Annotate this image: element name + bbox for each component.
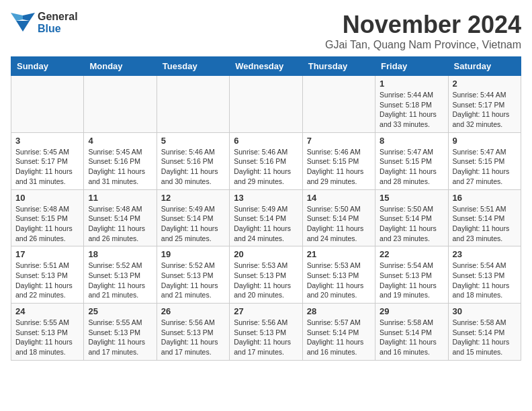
- column-header-sunday: Sunday: [11, 57, 84, 76]
- calendar-cell: 10Sunrise: 5:48 AMSunset: 5:15 PMDayligh…: [11, 189, 84, 246]
- day-number: 22: [380, 249, 443, 259]
- calendar-week-5: 24Sunrise: 5:55 AMSunset: 5:13 PMDayligh…: [11, 304, 521, 361]
- day-info: Sunrise: 5:47 AMSunset: 5:15 PMDaylight:…: [453, 147, 517, 187]
- day-number: 9: [453, 136, 517, 146]
- calendar-header: SundayMondayTuesdayWednesdayThursdayFrid…: [11, 57, 521, 76]
- day-info: Sunrise: 5:57 AMSunset: 5:14 PMDaylight:…: [307, 318, 371, 357]
- calendar-week-2: 3Sunrise: 5:45 AMSunset: 5:17 PMDaylight…: [11, 132, 521, 189]
- day-info: Sunrise: 5:55 AMSunset: 5:13 PMDaylight:…: [15, 318, 79, 357]
- calendar-cell: 13Sunrise: 5:49 AMSunset: 5:14 PMDayligh…: [230, 189, 302, 246]
- day-info: Sunrise: 5:50 AMSunset: 5:14 PMDaylight:…: [307, 204, 371, 244]
- day-info: Sunrise: 5:48 AMSunset: 5:15 PMDaylight:…: [15, 204, 79, 244]
- day-info: Sunrise: 5:56 AMSunset: 5:13 PMDaylight:…: [161, 318, 225, 357]
- calendar-cell: 1Sunrise: 5:44 AMSunset: 5:18 PMDaylight…: [375, 76, 448, 133]
- calendar-cell: 5Sunrise: 5:46 AMSunset: 5:16 PMDaylight…: [157, 132, 229, 189]
- day-number: 7: [307, 136, 371, 146]
- day-number: 25: [88, 306, 152, 316]
- day-info: Sunrise: 5:44 AMSunset: 5:17 PMDaylight:…: [453, 90, 517, 130]
- logo-blue: Blue: [38, 23, 61, 34]
- day-number: 20: [234, 249, 298, 259]
- day-info: Sunrise: 5:55 AMSunset: 5:13 PMDaylight:…: [88, 318, 152, 357]
- calendar-cell: 29Sunrise: 5:58 AMSunset: 5:14 PMDayligh…: [375, 304, 448, 361]
- column-header-tuesday: Tuesday: [157, 57, 229, 76]
- day-number: 15: [380, 193, 443, 203]
- day-info: Sunrise: 5:58 AMSunset: 5:14 PMDaylight:…: [453, 318, 517, 357]
- day-number: 2: [453, 79, 517, 89]
- day-info: Sunrise: 5:53 AMSunset: 5:13 PMDaylight:…: [234, 261, 298, 300]
- title-area: November 2024 GJai Tan, Quang Nam Provin…: [325, 11, 521, 51]
- calendar-cell: 23Sunrise: 5:54 AMSunset: 5:13 PMDayligh…: [448, 246, 521, 304]
- day-number: 8: [380, 136, 443, 146]
- calendar-cell: [11, 76, 84, 133]
- day-info: Sunrise: 5:54 AMSunset: 5:13 PMDaylight:…: [380, 261, 443, 300]
- day-number: 4: [88, 136, 152, 146]
- logo-general: General: [38, 11, 78, 22]
- svg-marker-2: [16, 21, 30, 32]
- day-number: 27: [234, 306, 298, 316]
- calendar-cell: 18Sunrise: 5:52 AMSunset: 5:13 PMDayligh…: [84, 246, 157, 304]
- calendar-week-3: 10Sunrise: 5:48 AMSunset: 5:15 PMDayligh…: [11, 189, 521, 246]
- day-info: Sunrise: 5:51 AMSunset: 5:13 PMDaylight:…: [15, 261, 79, 300]
- day-info: Sunrise: 5:52 AMSunset: 5:13 PMDaylight:…: [88, 261, 152, 300]
- calendar-cell: 24Sunrise: 5:55 AMSunset: 5:13 PMDayligh…: [11, 304, 84, 361]
- calendar-cell: 28Sunrise: 5:57 AMSunset: 5:14 PMDayligh…: [302, 304, 375, 361]
- column-header-monday: Monday: [84, 57, 157, 76]
- day-info: Sunrise: 5:46 AMSunset: 5:16 PMDaylight:…: [161, 147, 225, 187]
- calendar-week-1: 1Sunrise: 5:44 AMSunset: 5:18 PMDaylight…: [11, 76, 521, 133]
- location-title: GJai Tan, Quang Nam Province, Vietnam: [325, 39, 521, 51]
- calendar-cell: [230, 76, 302, 133]
- calendar-cell: 26Sunrise: 5:56 AMSunset: 5:13 PMDayligh…: [157, 304, 229, 361]
- calendar-cell: [157, 76, 229, 133]
- calendar-cell: 7Sunrise: 5:46 AMSunset: 5:15 PMDaylight…: [302, 132, 375, 189]
- day-info: Sunrise: 5:49 AMSunset: 5:14 PMDaylight:…: [234, 204, 298, 244]
- calendar-cell: 6Sunrise: 5:46 AMSunset: 5:16 PMDaylight…: [230, 132, 302, 189]
- day-info: Sunrise: 5:52 AMSunset: 5:13 PMDaylight:…: [161, 261, 225, 300]
- day-number: 11: [88, 193, 152, 203]
- day-number: 18: [88, 249, 152, 259]
- day-number: 13: [234, 193, 298, 203]
- day-number: 6: [234, 136, 298, 146]
- logo-text: General Blue: [38, 11, 78, 35]
- calendar-cell: 11Sunrise: 5:48 AMSunset: 5:14 PMDayligh…: [84, 189, 157, 246]
- calendar-cell: 19Sunrise: 5:52 AMSunset: 5:13 PMDayligh…: [157, 246, 229, 304]
- day-number: 28: [307, 306, 371, 316]
- calendar-cell: 15Sunrise: 5:50 AMSunset: 5:14 PMDayligh…: [375, 189, 448, 246]
- calendar-cell: 4Sunrise: 5:45 AMSunset: 5:16 PMDaylight…: [84, 132, 157, 189]
- column-header-friday: Friday: [375, 57, 448, 76]
- day-number: 29: [380, 306, 443, 316]
- calendar: SundayMondayTuesdayWednesdayThursdayFrid…: [11, 56, 521, 361]
- calendar-cell: 2Sunrise: 5:44 AMSunset: 5:17 PMDaylight…: [448, 76, 521, 133]
- day-info: Sunrise: 5:50 AMSunset: 5:14 PMDaylight:…: [380, 204, 443, 244]
- calendar-cell: [84, 76, 157, 133]
- month-title: November 2024: [325, 11, 521, 39]
- day-number: 24: [15, 306, 79, 316]
- column-header-saturday: Saturday: [448, 57, 521, 76]
- day-info: Sunrise: 5:46 AMSunset: 5:15 PMDaylight:…: [307, 147, 371, 187]
- day-number: 3: [15, 136, 79, 146]
- day-number: 26: [161, 306, 225, 316]
- day-info: Sunrise: 5:53 AMSunset: 5:13 PMDaylight:…: [307, 261, 371, 300]
- day-info: Sunrise: 5:45 AMSunset: 5:17 PMDaylight:…: [15, 147, 79, 187]
- day-number: 30: [453, 306, 517, 316]
- day-number: 16: [453, 193, 517, 203]
- calendar-cell: 21Sunrise: 5:53 AMSunset: 5:13 PMDayligh…: [302, 246, 375, 304]
- logo-bird-icon: [11, 13, 35, 33]
- svg-marker-1: [11, 13, 23, 21]
- day-info: Sunrise: 5:51 AMSunset: 5:14 PMDaylight:…: [453, 204, 517, 244]
- calendar-cell: 17Sunrise: 5:51 AMSunset: 5:13 PMDayligh…: [11, 246, 84, 304]
- day-number: 21: [307, 249, 371, 259]
- day-info: Sunrise: 5:49 AMSunset: 5:14 PMDaylight:…: [161, 204, 225, 244]
- calendar-cell: [302, 76, 375, 133]
- day-info: Sunrise: 5:56 AMSunset: 5:13 PMDaylight:…: [234, 318, 298, 357]
- day-info: Sunrise: 5:54 AMSunset: 5:13 PMDaylight:…: [453, 261, 517, 300]
- day-info: Sunrise: 5:58 AMSunset: 5:14 PMDaylight:…: [380, 318, 443, 357]
- calendar-cell: 20Sunrise: 5:53 AMSunset: 5:13 PMDayligh…: [230, 246, 302, 304]
- calendar-cell: 25Sunrise: 5:55 AMSunset: 5:13 PMDayligh…: [84, 304, 157, 361]
- day-info: Sunrise: 5:45 AMSunset: 5:16 PMDaylight:…: [88, 147, 152, 187]
- calendar-body: 1Sunrise: 5:44 AMSunset: 5:18 PMDaylight…: [11, 76, 521, 361]
- day-number: 14: [307, 193, 371, 203]
- day-info: Sunrise: 5:47 AMSunset: 5:15 PMDaylight:…: [380, 147, 443, 187]
- day-number: 10: [15, 193, 79, 203]
- column-header-thursday: Thursday: [302, 57, 375, 76]
- day-number: 1: [380, 79, 443, 89]
